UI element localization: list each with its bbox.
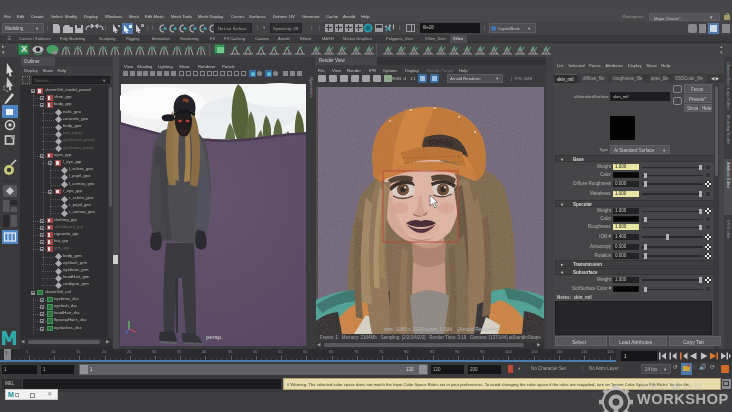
svg-text:size: 1080 x 1029 zoom: 1.034: size: 1080 x 1029 zoom: 1.034 (Arnold Re… xyxy=(384,326,500,332)
svg-text:persp: persp xyxy=(206,334,222,340)
svg-text:WORKSHOP: WORKSHOP xyxy=(637,391,729,407)
